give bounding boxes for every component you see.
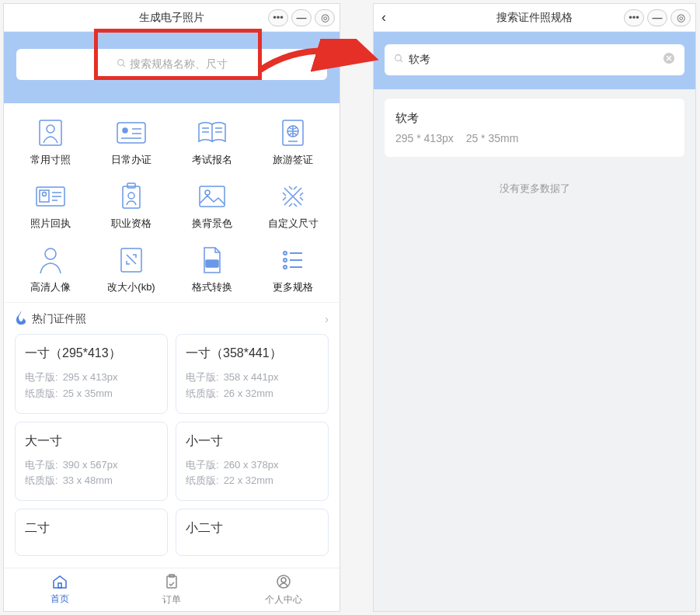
svg-point-18 [43, 193, 47, 196]
spec-title: 小一寸 [186, 433, 319, 450]
search-result[interactable]: 软考 295 * 413px 25 * 35mm [385, 99, 684, 157]
spec-title: 二寸 [25, 520, 158, 537]
titlebar-left: 生成电子照片 ••• — ◎ [4, 4, 340, 32]
user-icon [276, 574, 291, 592]
cat-resize[interactable]: 改大小(kb) [91, 240, 172, 297]
minimize-button[interactable]: — [647, 9, 667, 26]
target-icon[interactable]: ◎ [315, 9, 335, 26]
cat-daily[interactable]: 日常办证 [91, 113, 172, 170]
tab-orders[interactable]: 订单 [116, 568, 228, 611]
search-icon [117, 58, 127, 71]
spec-card[interactable]: 小一寸 电子版:260 x 378px 纸质版:22 x 32mm [176, 422, 329, 502]
tabbar: 首页 订单 个人中心 [4, 568, 340, 611]
cat-format[interactable]: JPG 格式转换 [172, 240, 252, 297]
svg-point-0 [117, 60, 124, 66]
cat-label: 换背景色 [192, 217, 232, 231]
clear-button[interactable] [663, 52, 675, 68]
spec-card[interactable]: 二寸 [15, 509, 168, 556]
cat-label: 常用寸照 [30, 153, 71, 167]
titlebar-right: ‹ 搜索证件照规格 ••• — ◎ [374, 4, 695, 32]
cat-label: 改大小(kb) [107, 280, 155, 294]
results-body: 软考 295 * 413px 25 * 35mm 没有更多数据了 [374, 89, 695, 611]
result-dims: 295 * 413px 25 * 35mm [395, 132, 674, 144]
tab-label: 个人中心 [265, 593, 302, 606]
tab-label: 订单 [162, 593, 181, 606]
svg-rect-25 [200, 186, 225, 207]
spec-card[interactable]: 一寸（358*441） 电子版:358 x 441px 纸质版:26 x 32m… [176, 334, 329, 414]
clipboard-icon [165, 574, 179, 592]
cat-label: 日常办证 [111, 153, 151, 167]
window-controls: ••• — ◎ [268, 9, 335, 26]
file-jpg-icon: JPG [195, 245, 229, 276]
svg-point-3 [47, 125, 54, 133]
search-input[interactable] [409, 54, 663, 66]
book-icon [195, 117, 229, 148]
back-button[interactable]: ‹ [381, 9, 386, 26]
svg-line-1 [123, 64, 125, 67]
chevron-right-icon: › [325, 313, 329, 325]
compress-icon [114, 245, 148, 276]
cat-label: 自定义尺寸 [268, 217, 319, 231]
svg-line-43 [400, 60, 402, 62]
svg-rect-23 [127, 183, 135, 188]
hot-label: 热门证件照 [32, 312, 86, 326]
spec-title: 大一寸 [25, 433, 158, 450]
tab-label: 首页 [50, 592, 69, 606]
search-placeholder-wrap: 搜索规格名称、尺寸 [117, 57, 228, 71]
spec-title: 一寸（358*441） [186, 346, 319, 362]
result-title: 软考 [395, 111, 674, 126]
more-icon[interactable]: ••• [624, 9, 644, 26]
more-icon[interactable]: ••• [268, 9, 288, 26]
cat-receipt[interactable]: 照片回执 [10, 176, 91, 234]
spec-title: 小二寸 [186, 520, 319, 537]
cat-label: 高清人像 [30, 280, 71, 294]
cat-bg[interactable]: 换背景色 [172, 176, 252, 234]
cat-label: 照片回执 [30, 217, 71, 231]
cat-exam[interactable]: 考试报名 [172, 113, 252, 170]
tab-profile[interactable]: 个人中心 [228, 568, 340, 611]
cat-visa[interactable]: 旅游签证 [252, 113, 333, 170]
svg-point-5 [123, 128, 127, 133]
search-icon [394, 54, 404, 66]
cat-common-photo[interactable]: 常用寸照 [10, 113, 91, 170]
no-more-text: 没有更多数据了 [374, 166, 695, 211]
minimize-button[interactable]: — [291, 9, 312, 26]
receipt-icon [33, 181, 68, 212]
search-panel: ‹ 搜索证件照规格 ••• — ◎ 软考 295 * 413px 25 * 35… [373, 3, 696, 612]
svg-text:JPG: JPG [207, 262, 217, 266]
id-card-icon [114, 117, 148, 148]
svg-rect-22 [123, 186, 140, 208]
page-title: 生成电子照片 [139, 11, 204, 25]
svg-point-26 [205, 190, 210, 195]
cat-more[interactable]: 更多规格 [252, 240, 333, 297]
category-grid: 常用寸照 日常办证 考试报名 旅游签证 照片回执 职业资格 换背景色 自定义尺 [4, 103, 340, 302]
spec-list: 一寸（295*413） 电子版:295 x 413px 纸质版:25 x 35m… [4, 334, 340, 568]
passport-icon [276, 117, 310, 148]
search-placeholder: 搜索规格名称、尺寸 [130, 57, 228, 71]
target-icon[interactable]: ◎ [670, 9, 691, 26]
svg-point-31 [284, 252, 287, 255]
home-icon [52, 575, 68, 591]
list-icon [276, 245, 310, 276]
svg-point-27 [45, 248, 56, 259]
cat-label: 旅游签证 [273, 153, 313, 167]
hot-specs-link[interactable]: 热门证件照 › [4, 302, 340, 334]
svg-rect-37 [58, 583, 61, 588]
image-icon [195, 181, 229, 212]
svg-rect-4 [117, 123, 145, 143]
svg-point-33 [284, 259, 287, 262]
portrait-icon [33, 117, 68, 148]
window-controls: ••• — ◎ [624, 9, 691, 26]
cat-custom[interactable]: 自定义尺寸 [252, 176, 333, 234]
svg-rect-38 [167, 576, 176, 588]
spec-card[interactable]: 一寸（295*413） 电子版:295 x 413px 纸质版:25 x 35m… [15, 334, 168, 414]
spec-card[interactable]: 小二寸 [176, 509, 329, 556]
spec-title: 一寸（295*413） [25, 346, 158, 362]
cat-hd[interactable]: 高清人像 [10, 240, 91, 297]
cat-label: 更多规格 [273, 280, 313, 294]
svg-point-41 [281, 578, 286, 582]
tab-home[interactable]: 首页 [4, 568, 116, 611]
spec-card[interactable]: 大一寸 电子版:390 x 567px 纸质版:33 x 48mm [15, 422, 168, 502]
home-panel: 生成电子照片 ••• — ◎ 搜索规格名称、尺寸 常用寸照 日常办证 [3, 3, 340, 612]
cat-pro[interactable]: 职业资格 [91, 176, 172, 234]
